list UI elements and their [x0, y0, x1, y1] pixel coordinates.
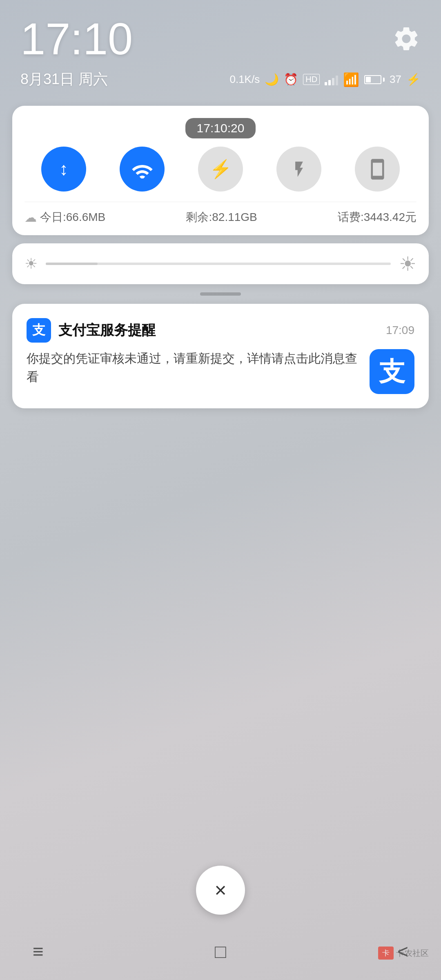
flashlight-toggle[interactable] — [276, 147, 321, 192]
data-today: 今日:66.6MB — [40, 209, 105, 225]
screenshot-icon — [366, 158, 389, 180]
flashlight-icon — [290, 158, 308, 180]
alipay-small-char: 支 — [32, 321, 45, 339]
wifi-status-icon: 📶 — [343, 72, 359, 87]
notification-message: 你提交的凭证审核未通过，请重新提交，详情请点击此消息查看 — [27, 349, 361, 386]
notification-card[interactable]: 支 支付宝服务提醒 17:09 你提交的凭证审核未通过，请重新提交，详情请点击此… — [12, 304, 429, 408]
watermark-badge: 卡 — [378, 947, 394, 960]
wifi-icon — [131, 160, 154, 178]
time-badge: 17:10:20 — [24, 118, 416, 138]
time-badge-text: 17:10:20 — [185, 118, 256, 138]
alarm-icon: ⏰ — [284, 73, 298, 86]
date-status-row: 8月31日 周六 0.1K/s 🌙 ⏰ HD 📶 37 ⚡ — [0, 69, 441, 102]
date-display: 8月31日 周六 — [20, 69, 108, 89]
close-button-wrap: × — [196, 866, 245, 915]
brightness-min-icon: ☀ — [24, 255, 38, 272]
quick-settings-panel: 17:10:20 ↕ ⚡ ☁ — [12, 106, 429, 235]
data-balance: 话费:3443.42元 — [338, 209, 416, 225]
wifi-toggle[interactable] — [120, 147, 165, 192]
notification-timestamp: 17:09 — [386, 324, 414, 337]
brightness-max-icon: ☀ — [399, 252, 416, 275]
brightness-slider[interactable] — [46, 263, 391, 265]
sound-toggle[interactable]: ↕ — [41, 147, 86, 192]
drag-handle-bar — [200, 292, 241, 296]
alipay-large-char: 支 — [379, 354, 405, 390]
alipay-small-icon: 支 — [27, 318, 51, 343]
data-remaining: 剩余:82.11GB — [186, 209, 257, 225]
clock-display: 17:10 — [20, 16, 133, 61]
battery-percent: 37 — [390, 73, 401, 86]
watermark: 卡 卡农社区 — [378, 947, 429, 960]
lightning-icon: ⚡ — [209, 158, 232, 180]
lightning-toggle[interactable]: ⚡ — [198, 147, 243, 192]
data-today-item: ☁ 今日:66.6MB — [24, 209, 105, 225]
gear-icon — [392, 24, 421, 53]
network-speed: 0.1K/s — [229, 73, 260, 86]
notification-app-name: 支付宝服务提醒 — [58, 321, 156, 340]
do-not-disturb-icon: 🌙 — [265, 73, 279, 86]
alipay-large-icon: 支 — [370, 349, 414, 394]
watermark-text: 卡农社区 — [396, 948, 429, 959]
nav-bar: ≡ □ < 卡 卡农社区 — [0, 923, 441, 980]
notification-header: 支 支付宝服务提醒 17:09 — [27, 318, 414, 343]
notification-body: 你提交的凭证审核未通过，请重新提交，详情请点击此消息查看 支 — [27, 349, 414, 394]
divider — [24, 202, 416, 202]
sound-icon: ↕ — [59, 159, 68, 179]
quick-toggles-row: ↕ ⚡ — [24, 147, 416, 192]
settings-button[interactable] — [392, 16, 421, 55]
charging-icon: ⚡ — [406, 73, 421, 86]
signal-strength-icon — [325, 74, 338, 85]
close-button[interactable]: × — [196, 866, 245, 915]
data-info-row: ☁ 今日:66.6MB 剩余:82.11GB 话费:3443.42元 — [24, 209, 416, 225]
brightness-fill — [46, 263, 98, 265]
status-bar: 17:10 — [0, 0, 441, 69]
battery-indicator — [364, 75, 385, 84]
nav-menu-button[interactable]: ≡ — [33, 940, 44, 962]
drag-handle[interactable] — [0, 292, 441, 296]
hd-badge: HD — [303, 74, 320, 85]
status-icons-group: 0.1K/s 🌙 ⏰ HD 📶 37 ⚡ — [229, 72, 421, 87]
nav-home-button[interactable]: □ — [215, 940, 226, 962]
close-icon: × — [214, 880, 226, 900]
cloud-icon: ☁ — [24, 210, 37, 225]
brightness-panel: ☀ ☀ — [12, 243, 429, 284]
notification-title-row: 支 支付宝服务提醒 — [27, 318, 156, 343]
screenshot-toggle[interactable] — [355, 147, 400, 192]
